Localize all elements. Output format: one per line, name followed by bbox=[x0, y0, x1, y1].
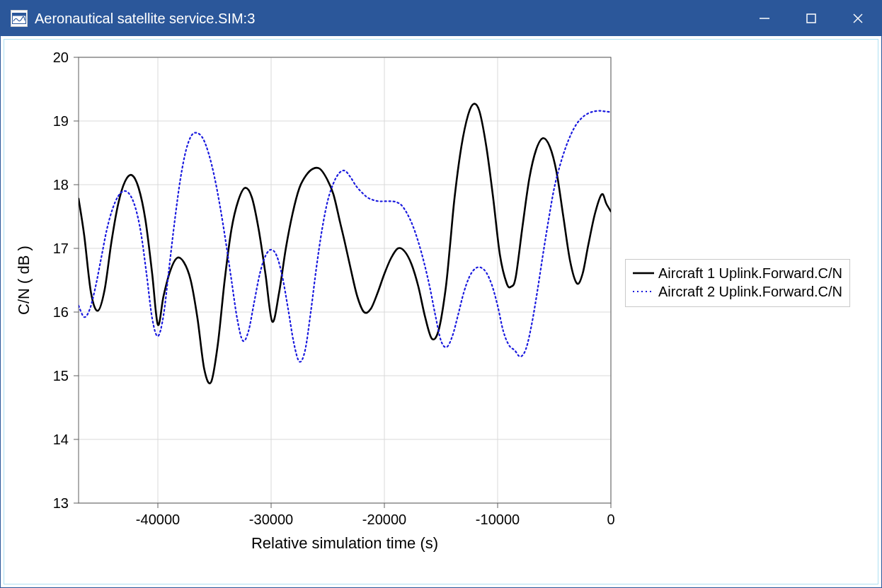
svg-text:-40000: -40000 bbox=[136, 512, 180, 527]
svg-text:-10000: -10000 bbox=[476, 512, 520, 527]
app-window: Aeronautical satellite service.SIM:3 -40… bbox=[0, 0, 882, 588]
svg-text:Relative simulation time (s): Relative simulation time (s) bbox=[251, 534, 438, 552]
legend-label-1: Aircraft 1 Uplink.Forward.C/N bbox=[658, 265, 842, 282]
series-1 bbox=[79, 104, 611, 384]
svg-text:17: 17 bbox=[53, 241, 69, 256]
svg-rect-19 bbox=[79, 57, 611, 503]
svg-text:14: 14 bbox=[53, 432, 69, 447]
legend-entry-2: Aircraft 2 Uplink.Forward.C/N bbox=[633, 282, 842, 301]
chart-app-icon bbox=[11, 10, 28, 27]
window-title: Aeronautical satellite service.SIM:3 bbox=[35, 11, 255, 27]
legend-label-2: Aircraft 2 Uplink.Forward.C/N bbox=[658, 284, 842, 300]
svg-text:0: 0 bbox=[607, 512, 614, 527]
svg-text:18: 18 bbox=[53, 177, 69, 192]
maximize-button[interactable] bbox=[788, 1, 835, 36]
close-button[interactable] bbox=[835, 1, 881, 36]
legend-swatch-2 bbox=[633, 284, 654, 299]
svg-text:20: 20 bbox=[53, 50, 69, 65]
svg-text:C/N ( dB ): C/N ( dB ) bbox=[15, 246, 33, 315]
svg-text:-30000: -30000 bbox=[249, 512, 293, 527]
svg-text:16: 16 bbox=[53, 304, 69, 320]
legend-entry-1: Aircraft 1 Uplink.Forward.C/N bbox=[633, 264, 842, 282]
chart-area[interactable]: -40000-30000-20000-100000131415161718192… bbox=[1, 36, 881, 587]
svg-rect-3 bbox=[807, 14, 815, 23]
legend-swatch-1 bbox=[633, 266, 654, 280]
chart-svg: -40000-30000-20000-100000131415161718192… bbox=[1, 36, 881, 587]
svg-text:15: 15 bbox=[53, 368, 69, 384]
svg-text:13: 13 bbox=[53, 495, 69, 511]
svg-text:-20000: -20000 bbox=[362, 512, 406, 527]
minimize-button[interactable] bbox=[741, 1, 788, 36]
titlebar[interactable]: Aeronautical satellite service.SIM:3 bbox=[1, 1, 881, 36]
legend: Aircraft 1 Uplink.Forward.C/NAircraft 2 … bbox=[625, 259, 850, 307]
svg-text:19: 19 bbox=[53, 113, 69, 129]
svg-rect-1 bbox=[13, 13, 26, 16]
